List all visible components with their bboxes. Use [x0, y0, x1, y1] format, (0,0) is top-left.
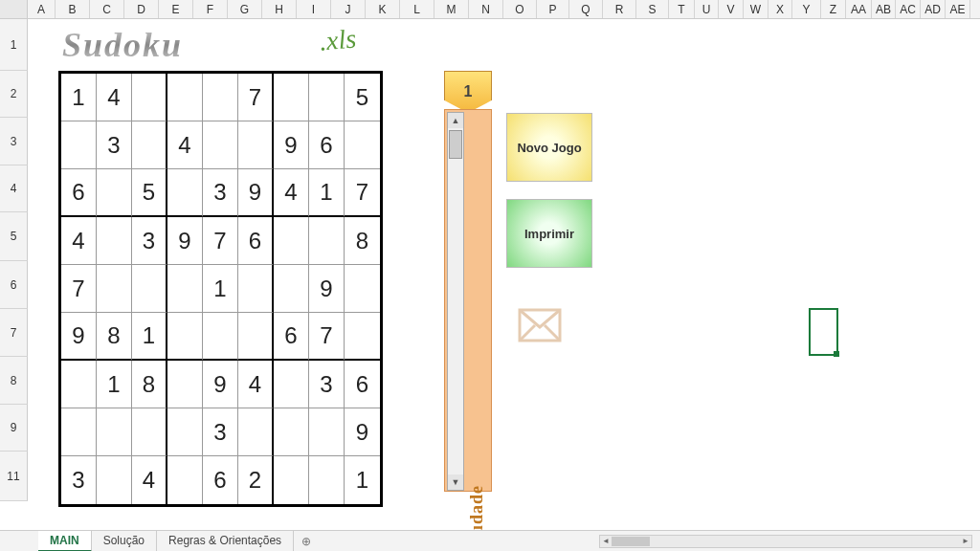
row-header-4[interactable]: 4	[0, 165, 28, 212]
col-header-K[interactable]: K	[366, 0, 400, 18]
sudoku-cell-r7-c9[interactable]: 6	[345, 361, 380, 408]
col-header-B[interactable]: B	[56, 0, 90, 18]
col-header-L[interactable]: L	[400, 0, 434, 18]
sudoku-cell-r9-c2[interactable]	[97, 456, 132, 504]
col-header-D[interactable]: D	[124, 0, 159, 18]
sudoku-cell-r1-c1[interactable]: 1	[61, 74, 97, 121]
col-header-P[interactable]: P	[537, 0, 569, 18]
difficulty-scrollbar[interactable]: ▲ ▼	[447, 112, 464, 491]
scroll-thumb[interactable]	[449, 130, 462, 159]
sudoku-cell-r8-c3[interactable]	[132, 408, 167, 456]
sudoku-cell-r6-c4[interactable]	[167, 313, 203, 361]
sudoku-cell-r1-c4[interactable]	[167, 74, 203, 121]
sudoku-cell-r8-c8[interactable]	[309, 408, 345, 456]
scroll-up-icon[interactable]: ▲	[448, 113, 463, 128]
sudoku-cell-r4-c9[interactable]: 8	[345, 217, 380, 265]
sudoku-cell-r3-c4[interactable]	[167, 169, 203, 217]
sudoku-cell-r1-c8[interactable]	[309, 74, 345, 121]
sheet-tab-solução[interactable]: Solução	[92, 531, 157, 552]
sudoku-cell-r4-c8[interactable]	[309, 217, 345, 265]
col-header-AD[interactable]: AD	[921, 0, 946, 18]
sudoku-cell-r2-c5[interactable]	[203, 121, 238, 169]
col-header-U[interactable]: U	[695, 0, 719, 18]
sudoku-cell-r7-c1[interactable]	[61, 361, 97, 408]
row-header-9[interactable]: 9	[0, 405, 28, 452]
sudoku-cell-r1-c7[interactable]	[274, 74, 309, 121]
sudoku-cell-r3-c1[interactable]: 6	[61, 169, 97, 217]
col-header-I[interactable]: I	[297, 0, 331, 18]
sudoku-cell-r6-c5[interactable]	[203, 313, 238, 361]
sudoku-cell-r7-c2[interactable]: 1	[97, 361, 132, 408]
row-header-5[interactable]: 5	[0, 212, 28, 261]
mail-icon[interactable]	[518, 306, 562, 344]
sudoku-cell-r2-c9[interactable]	[345, 121, 380, 169]
sudoku-cell-r8-c5[interactable]: 3	[203, 408, 238, 456]
col-header-Y[interactable]: Y	[792, 0, 821, 18]
col-header-A[interactable]: A	[28, 0, 56, 18]
sudoku-cell-r6-c8[interactable]: 7	[309, 313, 345, 361]
sudoku-cell-r1-c3[interactable]	[132, 74, 167, 121]
sudoku-cell-r4-c3[interactable]: 3	[132, 217, 167, 265]
sudoku-cell-r3-c6[interactable]: 9	[238, 169, 274, 217]
sudoku-cell-r4-c1[interactable]: 4	[61, 217, 97, 265]
sudoku-cell-r9-c1[interactable]: 3	[61, 456, 97, 504]
select-all-corner[interactable]	[0, 0, 28, 18]
col-header-E[interactable]: E	[159, 0, 193, 18]
sheet-tab-regras-&-orientações[interactable]: Regras & Orientações	[157, 531, 294, 552]
col-header-AE[interactable]: AE	[946, 0, 970, 18]
col-header-W[interactable]: W	[744, 0, 768, 18]
sudoku-cell-r3-c9[interactable]: 7	[345, 169, 380, 217]
sudoku-cell-r9-c8[interactable]	[309, 456, 345, 504]
sudoku-cell-r8-c6[interactable]	[238, 408, 274, 456]
col-header-AC[interactable]: AC	[896, 0, 921, 18]
hscroll-thumb[interactable]	[612, 537, 650, 546]
sudoku-cell-r3-c3[interactable]: 5	[132, 169, 167, 217]
sudoku-cell-r9-c7[interactable]	[274, 456, 309, 504]
sudoku-cell-r9-c6[interactable]: 2	[238, 456, 274, 504]
sudoku-cell-r3-c2[interactable]	[97, 169, 132, 217]
sudoku-cell-r5-c2[interactable]	[97, 265, 132, 313]
sudoku-cell-r8-c7[interactable]	[274, 408, 309, 456]
col-header-F[interactable]: F	[193, 0, 228, 18]
sudoku-cell-r5-c8[interactable]: 9	[309, 265, 345, 313]
add-sheet-button[interactable]: ⊕	[294, 531, 319, 552]
col-header-AA[interactable]: AA	[846, 0, 872, 18]
sudoku-cell-r6-c1[interactable]: 9	[61, 313, 97, 361]
sudoku-cell-r4-c4[interactable]: 9	[167, 217, 203, 265]
sudoku-cell-r8-c1[interactable]	[61, 408, 97, 456]
sudoku-cell-r2-c1[interactable]	[61, 121, 97, 169]
sudoku-cell-r1-c9[interactable]: 5	[345, 74, 380, 121]
sudoku-cell-r2-c8[interactable]: 6	[309, 121, 345, 169]
col-header-H[interactable]: H	[262, 0, 297, 18]
sudoku-cell-r9-c5[interactable]: 6	[203, 456, 238, 504]
sudoku-cell-r4-c2[interactable]	[97, 217, 132, 265]
col-header-S[interactable]: S	[636, 0, 669, 18]
sudoku-cell-r7-c4[interactable]	[167, 361, 203, 408]
horizontal-scrollbar[interactable]: ◄►	[599, 535, 972, 548]
sudoku-cell-r5-c4[interactable]	[167, 265, 203, 313]
sudoku-cell-r1-c6[interactable]: 7	[238, 74, 274, 121]
col-header-T[interactable]: T	[669, 0, 695, 18]
print-button[interactable]: Imprimir	[506, 199, 592, 268]
sudoku-cell-r7-c7[interactable]	[274, 361, 309, 408]
col-header-Z[interactable]: Z	[821, 0, 846, 18]
sudoku-cell-r1-c2[interactable]: 4	[97, 74, 132, 121]
sudoku-cell-r6-c3[interactable]: 1	[132, 313, 167, 361]
sudoku-cell-r1-c5[interactable]	[203, 74, 238, 121]
row-header-8[interactable]: 8	[0, 357, 28, 405]
sudoku-cell-r4-c5[interactable]: 7	[203, 217, 238, 265]
sudoku-cell-r8-c9[interactable]: 9	[345, 408, 380, 456]
col-header-AB[interactable]: AB	[872, 0, 896, 18]
sudoku-cell-r2-c7[interactable]: 9	[274, 121, 309, 169]
sudoku-cell-r5-c5[interactable]: 1	[203, 265, 238, 313]
col-header-X[interactable]: X	[768, 0, 792, 18]
row-header-3[interactable]: 3	[0, 118, 28, 165]
sudoku-cell-r2-c3[interactable]	[132, 121, 167, 169]
sudoku-cell-r9-c9[interactable]: 1	[345, 456, 380, 504]
sudoku-cell-r5-c9[interactable]	[345, 265, 380, 313]
sudoku-cell-r7-c6[interactable]: 4	[238, 361, 274, 408]
sudoku-cell-r8-c2[interactable]	[97, 408, 132, 456]
row-header-1[interactable]: 1	[0, 19, 28, 71]
sudoku-cell-r7-c5[interactable]: 9	[203, 361, 238, 408]
row-header-7[interactable]: 7	[0, 309, 28, 357]
